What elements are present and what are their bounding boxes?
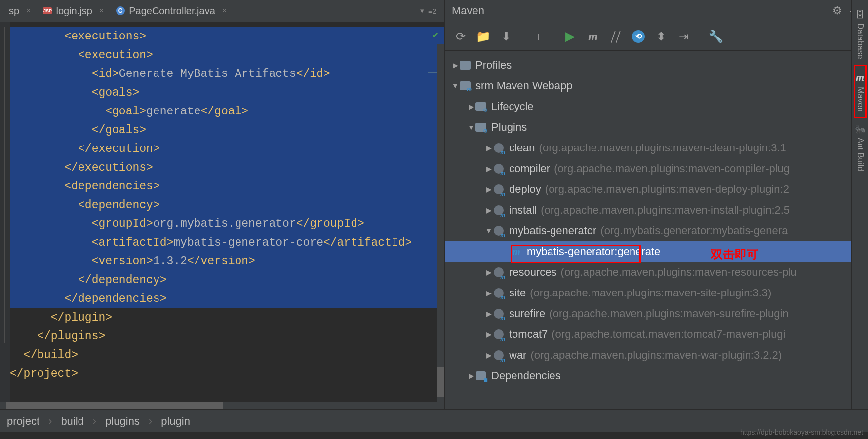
skip-tests-icon[interactable]: ⟲ — [631, 30, 645, 43]
code-line: <dependencies> — [10, 177, 444, 196]
generate-sources-icon[interactable]: 📁 — [476, 30, 490, 43]
code-line: </dependencies> — [10, 290, 444, 308]
tab-count: ≡2 — [428, 7, 436, 15]
code-line: </build> — [10, 346, 444, 365]
code-line: <groupId>org.mybatis.generator</groupId> — [10, 215, 444, 233]
code-line: </project> — [10, 365, 444, 383]
database-icon: 🗄 — [856, 10, 865, 20]
code-line: <id>Generate MyBatis Artifacts</id> — [10, 65, 444, 83]
tab-pagecontroller[interactable]: CPageController.java× — [110, 0, 233, 22]
crumb-build[interactable]: build — [61, 415, 83, 428]
tree-node-plugin-war[interactable]: war(org.apache.maven.plugins:maven-war-p… — [445, 345, 868, 366]
code-line: <executions> — [10, 27, 444, 46]
tree-node-root[interactable]: srm Maven Webapp — [445, 75, 868, 96]
crumb-project[interactable]: project — [7, 415, 39, 428]
toggle-offline-icon[interactable]: ⧸⧸ — [609, 30, 623, 43]
scrollbar-thumb[interactable] — [6, 402, 223, 409]
tab-login-jsp[interactable]: JSPlogin.jsp× — [37, 0, 110, 22]
collapse-all-icon[interactable]: ⇥ — [677, 30, 691, 43]
scrollbar-thumb[interactable] — [437, 367, 444, 397]
tab-sp[interactable]: sp× — [3, 0, 37, 22]
maven-tool-window: Maven ⚙ — ⟳ 📁 ⬇ ＋ ▶ m ⧸⧸ ⟲ ⬍ ⇥ 🔧 Profile… — [444, 0, 868, 409]
crumb-plugin[interactable]: plugin — [161, 415, 190, 428]
tree-node-plugin-mybatis-generator[interactable]: mybatis-generator(org.mybatis.generator:… — [445, 220, 868, 241]
add-icon[interactable]: ＋ — [531, 30, 545, 43]
gutter — [0, 22, 10, 402]
watermark: https://dpb-bobokaoya-sm.blog.csdn.net — [740, 428, 863, 436]
tree-node-plugin-install[interactable]: install(org.apache.maven.plugins:maven-i… — [445, 200, 868, 220]
close-icon[interactable]: × — [99, 6, 104, 15]
reload-icon[interactable]: ⟳ — [454, 30, 468, 43]
settings-icon[interactable]: 🔧 — [709, 30, 723, 43]
tree-node-plugin-resources[interactable]: resources(org.apache.maven.plugins:maven… — [445, 262, 868, 283]
gear-icon[interactable]: ⚙ — [832, 4, 842, 17]
maven-tree: Profiles srm Maven Webapp Lifecycle Plug… — [445, 51, 868, 409]
code-line: <artifactId>mybatis-generator-core</arti… — [10, 233, 444, 252]
code-line: </goals> — [10, 121, 444, 140]
maven-icon: m — [856, 71, 864, 84]
run-icon[interactable]: ▶ — [563, 30, 577, 43]
horizontal-scrollbar[interactable] — [0, 402, 444, 409]
crumb-plugins[interactable]: plugins — [105, 415, 140, 428]
tab-overflow-icon[interactable]: ▾ — [420, 6, 424, 15]
annotation-text: 双击即可 — [711, 247, 758, 262]
code-line: <version>1.3.2</version> — [10, 252, 444, 271]
tree-node-plugin-compiler[interactable]: compiler(org.apache.maven.plugins:maven-… — [445, 158, 868, 179]
ant-icon: 🐜 — [855, 124, 866, 135]
code-line: </execution> — [10, 140, 444, 158]
tree-node-plugins[interactable]: Plugins — [445, 117, 868, 138]
code-line: </dependency> — [10, 271, 444, 290]
right-bar-maven[interactable]: mMaven — [855, 66, 865, 117]
java-class-icon: C — [116, 6, 125, 15]
editor-tabs: sp× JSPlogin.jsp× CPageController.java× … — [0, 0, 444, 22]
inspection-ok-icon[interactable]: ✔ — [433, 26, 438, 45]
tree-node-dependencies[interactable]: Dependencies — [445, 366, 868, 386]
editor-pane: sp× JSPlogin.jsp× CPageController.java× … — [0, 0, 444, 409]
code-line: <goal>generate</goal> — [10, 102, 444, 121]
tree-node-lifecycle[interactable]: Lifecycle — [445, 96, 868, 117]
tree-node-plugin-site[interactable]: site(org.apache.maven.plugins:maven-site… — [445, 283, 868, 303]
close-icon[interactable]: × — [26, 6, 31, 15]
tab-label: login.jsp — [56, 5, 92, 17]
code-line: </plugin> — [10, 308, 444, 327]
breadcrumb: project› build› plugins› plugin — [0, 409, 868, 432]
code-editor[interactable]: ✔ <executions> <execution> <id>Generate … — [0, 22, 444, 402]
tab-label: PageController.java — [129, 5, 215, 17]
vertical-scrollbar[interactable] — [437, 44, 444, 402]
code-line: <goals> — [10, 83, 444, 102]
show-dependencies-icon[interactable]: ⬍ — [654, 30, 668, 43]
maven-toolbar: ⟳ 📁 ⬇ ＋ ▶ m ⧸⧸ ⟲ ⬍ ⇥ 🔧 — [445, 22, 868, 51]
tree-node-plugin-tomcat7[interactable]: tomcat7(org.apache.tomcat.maven:tomcat7-… — [445, 324, 868, 345]
download-icon[interactable]: ⬇ — [499, 30, 513, 43]
close-icon[interactable]: × — [222, 6, 227, 15]
tree-node-goal-generate[interactable]: mmybatis-generator:generate — [445, 241, 868, 262]
code-line: <execution> — [10, 46, 444, 65]
tree-node-profiles[interactable]: Profiles — [445, 55, 868, 75]
jsp-icon: JSP — [43, 7, 52, 14]
code-line: </plugins> — [10, 327, 444, 346]
maven-title: Maven — [452, 4, 484, 17]
execute-goal-icon[interactable]: m — [586, 30, 600, 43]
code-line: <dependency> — [10, 196, 444, 215]
tree-node-plugin-surefire[interactable]: surefire(org.apache.maven.plugins:maven-… — [445, 303, 868, 324]
tree-node-plugin-clean[interactable]: clean(org.apache.maven.plugins:maven-cle… — [445, 138, 868, 158]
tree-node-plugin-deploy[interactable]: deploy(org.apache.maven.plugins:maven-de… — [445, 179, 868, 200]
right-tool-bar: 🗄Database mMaven 🐜Ant Build — [851, 0, 868, 409]
right-bar-database[interactable]: 🗄Database — [855, 5, 865, 64]
right-bar-ant[interactable]: 🐜Ant Build — [855, 119, 866, 176]
code-line: </executions> — [10, 158, 444, 177]
tab-label: sp — [9, 5, 19, 17]
